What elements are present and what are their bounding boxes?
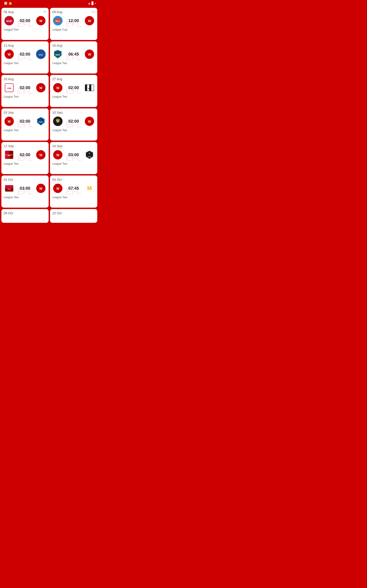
svg-text:W: W (88, 19, 91, 23)
away-team-logo: W (35, 183, 46, 194)
signal-icon: ▊ (92, 2, 94, 5)
svg-text:JOK: JOK (8, 155, 11, 156)
match-card[interactable]: 08 Oct (1, 209, 49, 223)
svg-text:CRE: CRE (7, 87, 11, 90)
match-time: 02:00 (15, 52, 35, 57)
svg-text:BLA: BLA (56, 20, 60, 22)
home-team-logo: W (4, 116, 15, 127)
match-time: 02:00 (15, 119, 35, 124)
match-date: 13 Aug (4, 44, 46, 47)
svg-text:W: W (88, 52, 91, 56)
home-team-logo: W (52, 149, 63, 160)
away-team-logo: W (84, 49, 95, 60)
svg-text:COL: COL (39, 121, 43, 123)
away-team-logo: STO (35, 49, 46, 60)
match-card[interactable]: 08 Aug Vs EFL BLA 12:00 W League Cup (50, 8, 97, 40)
vs-label: Vs (43, 10, 46, 13)
matches-grid: 06 Aug Vs EFL MOR 02:00 W League Two 08 … (0, 6, 99, 224)
home-team-logo: BLA (52, 15, 63, 26)
match-date: 06 Aug (4, 10, 46, 14)
match-content: 🦁 02:00 W (52, 116, 95, 127)
status-bar: 🖼 🔔 ▲ ▊ ▪ (0, 0, 99, 6)
match-date: 16 Aug (52, 44, 95, 47)
home-team-logo: 🦁 (52, 116, 63, 127)
match-card[interactable]: 17 Sep EFL JOK 02:00 W League Two (1, 142, 49, 174)
match-competition: League Two (52, 61, 95, 65)
svg-text:W: W (39, 19, 42, 23)
match-content: JOK 02:00 W (4, 149, 46, 160)
match-date: 01 Oct (4, 178, 46, 182)
away-team-logo: ✦ WIM (84, 149, 95, 160)
match-date: 10 Sep (52, 111, 95, 114)
away-team-logo: W (35, 15, 46, 26)
match-card[interactable]: 04 Oct EFL W 07:45 M League Two (50, 175, 97, 208)
match-date: 17 Sep (4, 144, 46, 148)
svg-text:MOR: MOR (6, 20, 12, 23)
svg-text:BRA: BRA (8, 188, 11, 190)
match-competition: League Two (4, 196, 46, 199)
svg-text:✦: ✦ (88, 152, 91, 155)
match-date: 27 Aug (52, 77, 95, 81)
photo-icon: 🖼 (4, 2, 7, 5)
vs-label: Vs (92, 10, 95, 13)
away-team-logo: W (35, 149, 46, 160)
match-date: 08 Aug (52, 10, 95, 14)
match-date: 20 Aug (4, 77, 46, 81)
match-date: 08 Oct (4, 211, 46, 215)
match-card[interactable]: 03 Sep EFL W 02:00 COL League Two (1, 108, 49, 141)
svg-text:W: W (39, 86, 42, 90)
svg-rect-46 (5, 185, 13, 188)
match-time: 02:00 (15, 18, 35, 23)
match-content: BRA 03:00 W (4, 183, 46, 194)
svg-text:W: W (56, 86, 59, 90)
svg-text:M: M (87, 185, 92, 191)
match-card[interactable]: 27 Aug EFL W 02:00 GRI League Two (50, 75, 97, 107)
match-competition: League Cup (52, 28, 95, 31)
away-team-logo: COL (35, 116, 46, 127)
match-time: 03:00 (15, 186, 35, 191)
svg-text:W: W (39, 187, 42, 190)
match-competition: League Two (4, 61, 46, 65)
match-card[interactable]: 15 Oct (50, 209, 97, 223)
match-card[interactable]: 20 Aug EFL CRE 02:00 W League Two (1, 75, 49, 107)
home-team-logo: W (52, 183, 63, 194)
home-team-logo: W (52, 82, 63, 93)
svg-text:WRX: WRX (56, 54, 60, 56)
match-card[interactable]: 01 Oct EFL BRA 03:00 W League Two (1, 175, 49, 208)
away-team-logo: GRI (84, 82, 95, 93)
svg-text:W: W (8, 52, 11, 56)
home-team-logo: WRX (52, 49, 63, 60)
match-card[interactable]: 13 Aug EFL W 02:00 STO League Two (1, 41, 49, 73)
match-card[interactable]: 24 Sep EFL W 03:00 ✦ WIM League Two (50, 142, 97, 174)
wifi-icon: ▲ (88, 2, 91, 5)
match-content: W 03:00 ✦ WIM (52, 149, 95, 160)
match-competition: League Two (4, 162, 46, 165)
battery-icon: ▪ (95, 2, 96, 5)
match-content: CRE 02:00 W (4, 82, 46, 93)
match-time: 06:45 (63, 52, 84, 57)
match-date: 03 Sep (4, 111, 46, 114)
match-date: 15 Oct (52, 211, 95, 215)
match-date: 04 Oct (52, 178, 95, 182)
match-content: W 02:00 STO (4, 49, 46, 60)
match-content: BLA 12:00 W (52, 15, 95, 26)
match-competition: League Two (52, 162, 95, 165)
svg-rect-23 (85, 85, 87, 91)
home-team-logo: JOK (4, 149, 15, 160)
svg-text:W: W (56, 187, 59, 190)
match-competition: League Two (4, 129, 46, 132)
away-team-logo: W (84, 116, 95, 127)
match-time: 03:00 (63, 153, 84, 157)
svg-text:W: W (39, 153, 42, 157)
match-card[interactable]: 10 Sep EFL 🦁 02:00 W League Two (50, 108, 97, 141)
match-card[interactable]: 16 Aug EFL WRX 06:45 W League Two (50, 41, 97, 73)
svg-text:WIM: WIM (88, 156, 91, 157)
match-time: 02:00 (63, 86, 84, 90)
match-content: W 02:00 GRI (52, 82, 95, 93)
match-card[interactable]: 06 Aug Vs EFL MOR 02:00 W League Two (1, 8, 49, 40)
home-team-logo: CRE (4, 82, 15, 93)
match-content: W 02:00 COL (4, 116, 46, 127)
match-time: 12:00 (63, 18, 84, 23)
svg-text:W: W (88, 120, 91, 123)
match-competition: League Two (4, 95, 46, 98)
